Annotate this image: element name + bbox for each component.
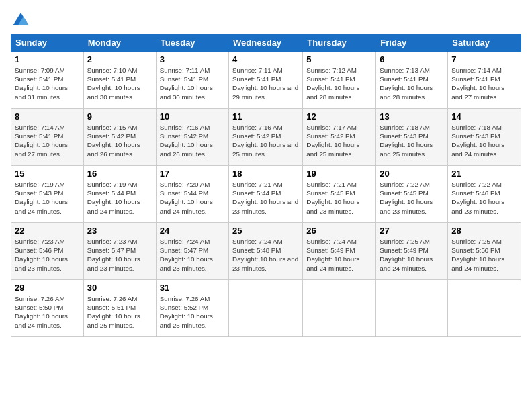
page-container: SundayMondayTuesdayWednesdayThursdayFrid…	[0, 0, 532, 344]
calendar-cell	[229, 280, 303, 337]
day-number: 21	[451, 169, 517, 179]
day-info: Sunrise: 7:16 AM Sunset: 5:42 PM Dayligh…	[232, 123, 299, 158]
day-info: Sunrise: 7:20 AM Sunset: 5:44 PM Dayligh…	[160, 180, 225, 216]
calendar-cell: 20 Sunrise: 7:22 AM Sunset: 5:45 PM Dayl…	[376, 166, 448, 223]
day-info: Sunrise: 7:19 AM Sunset: 5:44 PM Dayligh…	[87, 180, 152, 216]
calendar-cell: 21 Sunrise: 7:22 AM Sunset: 5:46 PM Dayl…	[448, 166, 521, 223]
calendar-cell: 3 Sunrise: 7:11 AM Sunset: 5:41 PM Dayli…	[156, 52, 228, 109]
calendar-cell: 27 Sunrise: 7:25 AM Sunset: 5:49 PM Dayl…	[376, 223, 448, 280]
day-info: Sunrise: 7:25 AM Sunset: 5:50 PM Dayligh…	[451, 237, 517, 273]
day-number: 23	[87, 226, 152, 236]
logo	[11, 11, 32, 27]
day-info: Sunrise: 7:23 AM Sunset: 5:47 PM Dayligh…	[87, 237, 152, 273]
day-number: 19	[306, 169, 372, 179]
day-number: 9	[87, 111, 152, 122]
weekday-header-friday: Friday	[376, 34, 448, 52]
day-info: Sunrise: 7:22 AM Sunset: 5:45 PM Dayligh…	[380, 180, 444, 216]
day-number: 4	[232, 54, 299, 64]
weekday-header-row: SundayMondayTuesdayWednesdayThursdayFrid…	[11, 34, 521, 52]
calendar-cell	[448, 280, 521, 337]
day-number: 12	[306, 111, 372, 122]
day-number: 13	[380, 111, 444, 122]
day-info: Sunrise: 7:26 AM Sunset: 5:52 PM Dayligh…	[160, 294, 225, 330]
day-number: 26	[306, 226, 372, 236]
day-info: Sunrise: 7:16 AM Sunset: 5:42 PM Dayligh…	[160, 123, 225, 158]
calendar-cell	[303, 280, 376, 337]
weekday-header-monday: Monday	[83, 34, 156, 52]
calendar-cell: 7 Sunrise: 7:14 AM Sunset: 5:41 PM Dayli…	[448, 52, 521, 109]
weekday-header-sunday: Sunday	[11, 34, 84, 52]
calendar-cell: 29 Sunrise: 7:26 AM Sunset: 5:50 PM Dayl…	[11, 280, 84, 337]
day-number: 1	[15, 54, 80, 64]
day-info: Sunrise: 7:09 AM Sunset: 5:41 PM Dayligh…	[15, 66, 80, 101]
weekday-header-tuesday: Tuesday	[156, 34, 228, 52]
day-number: 20	[380, 169, 444, 179]
day-number: 3	[160, 54, 225, 64]
day-number: 18	[232, 169, 299, 179]
calendar-cell: 14 Sunrise: 7:18 AM Sunset: 5:43 PM Dayl…	[448, 109, 521, 166]
day-number: 25	[232, 226, 299, 236]
day-number: 22	[15, 226, 80, 236]
weekday-header-thursday: Thursday	[303, 34, 376, 52]
calendar-cell: 11 Sunrise: 7:16 AM Sunset: 5:42 PM Dayl…	[229, 109, 303, 166]
day-info: Sunrise: 7:14 AM Sunset: 5:41 PM Dayligh…	[15, 123, 80, 158]
calendar-cell: 9 Sunrise: 7:15 AM Sunset: 5:42 PM Dayli…	[83, 109, 156, 166]
day-info: Sunrise: 7:17 AM Sunset: 5:42 PM Dayligh…	[306, 123, 372, 158]
day-number: 31	[160, 283, 225, 293]
day-number: 6	[380, 54, 444, 64]
day-number: 15	[15, 169, 80, 179]
calendar-cell: 17 Sunrise: 7:20 AM Sunset: 5:44 PM Dayl…	[156, 166, 228, 223]
week-row-1: 1 Sunrise: 7:09 AM Sunset: 5:41 PM Dayli…	[11, 52, 521, 109]
calendar-cell: 22 Sunrise: 7:23 AM Sunset: 5:46 PM Dayl…	[11, 223, 84, 280]
day-info: Sunrise: 7:13 AM Sunset: 5:41 PM Dayligh…	[380, 66, 444, 101]
calendar-table: SundayMondayTuesdayWednesdayThursdayFrid…	[11, 34, 521, 337]
calendar-cell: 8 Sunrise: 7:14 AM Sunset: 5:41 PM Dayli…	[11, 109, 84, 166]
logo-icon	[11, 11, 31, 27]
calendar-cell: 31 Sunrise: 7:26 AM Sunset: 5:52 PM Dayl…	[156, 280, 228, 337]
day-number: 11	[232, 111, 299, 122]
calendar-cell: 19 Sunrise: 7:21 AM Sunset: 5:45 PM Dayl…	[303, 166, 376, 223]
day-info: Sunrise: 7:26 AM Sunset: 5:50 PM Dayligh…	[15, 294, 80, 330]
day-number: 17	[160, 169, 225, 179]
day-number: 30	[87, 283, 152, 293]
weekday-header-wednesday: Wednesday	[229, 34, 303, 52]
day-number: 10	[160, 111, 225, 122]
day-info: Sunrise: 7:24 AM Sunset: 5:48 PM Dayligh…	[232, 237, 299, 273]
day-info: Sunrise: 7:22 AM Sunset: 5:46 PM Dayligh…	[451, 180, 517, 216]
calendar-cell: 1 Sunrise: 7:09 AM Sunset: 5:41 PM Dayli…	[11, 52, 84, 109]
day-info: Sunrise: 7:24 AM Sunset: 5:47 PM Dayligh…	[160, 237, 225, 273]
day-info: Sunrise: 7:26 AM Sunset: 5:51 PM Dayligh…	[87, 294, 152, 330]
calendar-cell: 10 Sunrise: 7:16 AM Sunset: 5:42 PM Dayl…	[156, 109, 228, 166]
calendar-cell: 26 Sunrise: 7:24 AM Sunset: 5:49 PM Dayl…	[303, 223, 376, 280]
day-info: Sunrise: 7:10 AM Sunset: 5:41 PM Dayligh…	[87, 66, 152, 101]
day-number: 8	[15, 111, 80, 122]
calendar-cell: 30 Sunrise: 7:26 AM Sunset: 5:51 PM Dayl…	[83, 280, 156, 337]
day-info: Sunrise: 7:14 AM Sunset: 5:41 PM Dayligh…	[451, 66, 517, 101]
day-number: 7	[451, 54, 517, 64]
day-info: Sunrise: 7:24 AM Sunset: 5:49 PM Dayligh…	[306, 237, 372, 273]
calendar-cell: 13 Sunrise: 7:18 AM Sunset: 5:43 PM Dayl…	[376, 109, 448, 166]
header	[11, 11, 521, 27]
day-number: 5	[306, 54, 372, 64]
calendar-cell: 5 Sunrise: 7:12 AM Sunset: 5:41 PM Dayli…	[303, 52, 376, 109]
day-info: Sunrise: 7:18 AM Sunset: 5:43 PM Dayligh…	[380, 123, 444, 158]
day-info: Sunrise: 7:15 AM Sunset: 5:42 PM Dayligh…	[87, 123, 152, 158]
day-info: Sunrise: 7:18 AM Sunset: 5:43 PM Dayligh…	[451, 123, 517, 158]
day-number: 2	[87, 54, 152, 64]
calendar-cell: 18 Sunrise: 7:21 AM Sunset: 5:44 PM Dayl…	[229, 166, 303, 223]
calendar-cell: 15 Sunrise: 7:19 AM Sunset: 5:43 PM Dayl…	[11, 166, 84, 223]
day-number: 24	[160, 226, 225, 236]
calendar-cell: 25 Sunrise: 7:24 AM Sunset: 5:48 PM Dayl…	[229, 223, 303, 280]
day-number: 27	[380, 226, 444, 236]
week-row-4: 22 Sunrise: 7:23 AM Sunset: 5:46 PM Dayl…	[11, 223, 521, 280]
day-info: Sunrise: 7:19 AM Sunset: 5:43 PM Dayligh…	[15, 180, 80, 216]
calendar-cell: 23 Sunrise: 7:23 AM Sunset: 5:47 PM Dayl…	[83, 223, 156, 280]
week-row-3: 15 Sunrise: 7:19 AM Sunset: 5:43 PM Dayl…	[11, 166, 521, 223]
calendar-cell: 28 Sunrise: 7:25 AM Sunset: 5:50 PM Dayl…	[448, 223, 521, 280]
calendar-cell	[376, 280, 448, 337]
day-info: Sunrise: 7:11 AM Sunset: 5:41 PM Dayligh…	[232, 66, 299, 101]
day-number: 29	[15, 283, 80, 293]
calendar-cell: 4 Sunrise: 7:11 AM Sunset: 5:41 PM Dayli…	[229, 52, 303, 109]
day-info: Sunrise: 7:11 AM Sunset: 5:41 PM Dayligh…	[160, 66, 225, 101]
calendar-cell: 12 Sunrise: 7:17 AM Sunset: 5:42 PM Dayl…	[303, 109, 376, 166]
